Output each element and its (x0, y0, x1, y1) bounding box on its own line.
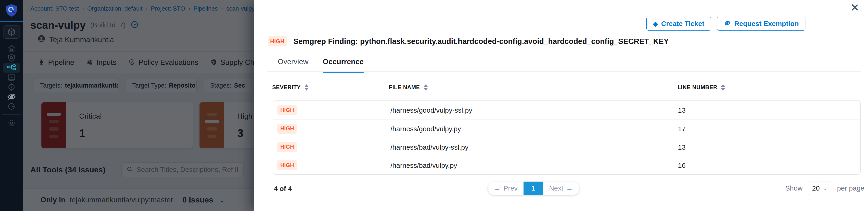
show-label: Show (785, 184, 803, 192)
severity-badge: HIGH (277, 124, 297, 134)
column-header-line-number[interactable]: LINE NUMBER (678, 84, 725, 91)
create-ticket-label: Create Ticket (661, 20, 704, 28)
prev-page-button[interactable]: ← Prev (488, 182, 524, 195)
drawer-actions: ◆ Create Ticket Request Exemption (646, 17, 806, 31)
severity-badge: HIGH (277, 160, 297, 170)
column-header-file-name[interactable]: FILE NAME (389, 84, 428, 91)
line-number-cell: 13 (678, 106, 685, 114)
ticket-diamond-icon: ◆ (653, 20, 658, 28)
sort-icon[interactable] (424, 84, 428, 91)
next-page-button[interactable]: Next → (543, 182, 579, 195)
sidebar-item-executions[interactable] (3, 73, 20, 82)
tab-overview[interactable]: Overview (278, 58, 308, 73)
pagination-summary: 4 of 4 (274, 185, 292, 192)
file-name-cell: /harness/good/vulpy.py (391, 125, 461, 133)
table-row[interactable]: HIGH /harness/good/vulpy.py 17 (273, 119, 860, 138)
sidebar-item-pipelines[interactable] (3, 63, 20, 73)
drawer-tabs: Overview Occurrence (278, 58, 364, 73)
page-size-select[interactable]: 20 ⌄ (808, 182, 832, 195)
severity-badge: HIGH (277, 105, 297, 115)
sidebar-item-home[interactable] (3, 44, 20, 53)
severity-badge: HIGH (277, 142, 297, 152)
line-number-cell: 13 (678, 143, 685, 151)
sidebar-item-exemptions[interactable] (3, 92, 20, 102)
occurrence-table: HIGH /harness/good/vulpy-ssl.py 13 HIGH … (273, 100, 861, 175)
page-1-button[interactable]: 1 (524, 182, 543, 195)
arrow-right-icon: → (566, 184, 573, 192)
module-selector-button[interactable] (3, 25, 20, 39)
page-size-value: 20 (812, 184, 820, 192)
finding-drawer: ✕ ◆ Create Ticket Request Exemption HIGH… (254, 0, 868, 211)
line-number-cell: 16 (678, 162, 685, 169)
close-icon[interactable]: ✕ (850, 2, 859, 13)
sidebar-nav (3, 44, 20, 111)
sort-icon[interactable] (721, 84, 725, 91)
column-header-label: SEVERITY (272, 84, 301, 91)
severity-badge: HIGH (268, 36, 287, 46)
drawer-tabs-divider (267, 71, 861, 72)
finding-header: HIGH Semgrep Finding: python.flask.secur… (268, 36, 669, 46)
sidebar-divider (2, 114, 21, 115)
chevron-down-icon: ⌄ (823, 185, 828, 191)
app-sidebar (0, 0, 23, 211)
request-exemption-button[interactable]: Request Exemption (717, 17, 805, 31)
request-exemption-label: Request Exemption (734, 20, 799, 28)
arrow-left-icon: ← (494, 184, 501, 192)
table-row[interactable]: HIGH /harness/good/vulpy-ssl.py 13 (273, 101, 860, 119)
table-row[interactable]: HIGH /harness/bad/vulpy.py 16 (273, 156, 860, 174)
sidebar-accent-rule (0, 21, 23, 22)
sidebar-item-overview[interactable] (3, 53, 20, 63)
file-name-cell: /harness/bad/vulpy-ssl.py (391, 143, 468, 151)
sidebar-item-settings[interactable] (3, 118, 20, 128)
create-ticket-button[interactable]: ◆ Create Ticket (646, 17, 711, 31)
line-number-cell: 17 (678, 125, 685, 133)
next-label: Next (549, 184, 563, 192)
file-name-cell: /harness/good/vulpy-ssl.py (391, 106, 472, 114)
sidebar-item-ticket-settings[interactable] (3, 102, 20, 111)
modal-dim-overlay[interactable] (23, 0, 254, 211)
prev-label: Prev (503, 184, 518, 192)
per-page-label: per page (837, 184, 864, 192)
file-name-cell: /harness/bad/vulpy.py (391, 162, 457, 169)
eye-slash-icon (724, 19, 731, 28)
tab-occurrence[interactable]: Occurrence (322, 58, 364, 73)
column-header-severity[interactable]: SEVERITY (272, 84, 309, 91)
pagination: ← Prev 1 Next → (488, 182, 579, 195)
finding-title: Semgrep Finding: python.flask.security.a… (293, 37, 669, 46)
sort-icon[interactable] (305, 84, 309, 91)
sto-logo-icon[interactable] (4, 3, 19, 19)
sidebar-item-targets[interactable] (3, 82, 20, 92)
column-header-label: FILE NAME (389, 84, 420, 91)
column-header-label: LINE NUMBER (678, 84, 717, 91)
page-size-control: Show 20 ⌄ per page (785, 182, 864, 195)
table-row[interactable]: HIGH /harness/bad/vulpy-ssl.py 13 (273, 138, 860, 156)
